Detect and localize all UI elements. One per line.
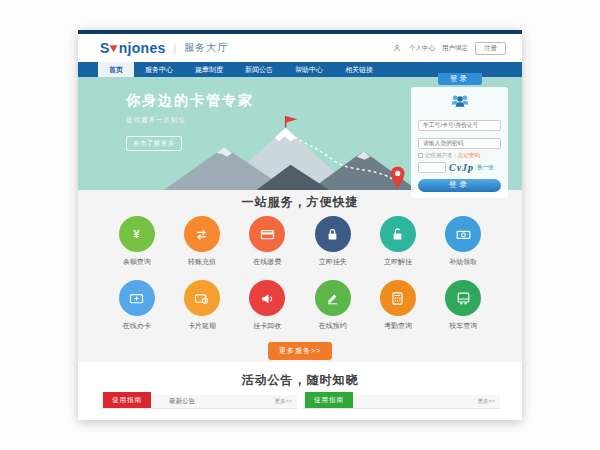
tab-latest-announcements[interactable]: 最新公告 <box>169 397 195 406</box>
login-tab[interactable]: 登录 <box>438 73 482 85</box>
remember-checkbox[interactable] <box>418 153 423 158</box>
captcha-image: CvJp <box>449 162 474 173</box>
service-item-pencil[interactable]: 在线预约 <box>300 280 365 331</box>
more-services-button[interactable]: 更多服务>> <box>268 342 332 360</box>
service-label: 在线缴费 <box>253 257 281 267</box>
forgot-password-link[interactable]: 忘记密码 <box>458 152 480 159</box>
header-utility-links: 个人中心 用户绑定 注册 <box>392 42 506 55</box>
logo-text-s: S <box>100 40 110 56</box>
tab-usage-guide-right[interactable]: 使用指南 <box>305 392 353 408</box>
service-item-card-plus[interactable]: 在线办卡 <box>104 280 169 331</box>
site-header: S njones | 服务大厅 个人中心 用户绑定 注册 <box>78 34 522 62</box>
service-item-lock[interactable]: 立即挂失 <box>300 216 365 267</box>
captcha-refresh-link[interactable]: 换一张 <box>477 164 494 171</box>
password-input[interactable] <box>418 138 501 149</box>
service-label: 挂卡回收 <box>253 321 281 331</box>
logo-divider: | <box>174 43 177 54</box>
service-label: 余额查询 <box>123 257 151 267</box>
service-label: 考勤查询 <box>384 321 412 331</box>
card-plus-icon <box>119 280 155 316</box>
service-item-bus[interactable]: 校车查询 <box>431 280 496 331</box>
nav-item-1[interactable]: 服务中心 <box>134 62 184 77</box>
service-label: 校车查询 <box>449 321 477 331</box>
service-item-megaphone[interactable]: 挂卡回收 <box>235 280 300 331</box>
banknote-icon <box>445 216 481 252</box>
left-panel: 使用指南 最新公告 更多>> <box>100 395 297 409</box>
hero-text-block: 你身边的卡管专家 提供服务一步到位 点击了解更多 <box>126 92 254 151</box>
hero-banner: 你身边的卡管专家 提供服务一步到位 点击了解更多 登录 <box>78 77 522 190</box>
service-label: 卡片延期 <box>188 321 216 331</box>
portal-page: S njones | 服务大厅 个人中心 用户绑定 注册 首页服务中心规章制度新… <box>78 30 522 420</box>
screenshot-canvas: S njones | 服务大厅 个人中心 用户绑定 注册 首页服务中心规章制度新… <box>0 0 600 450</box>
calculator-icon <box>380 280 416 316</box>
hero-title: 你身边的卡管专家 <box>126 92 254 110</box>
service-label: 在线预约 <box>319 321 347 331</box>
right-panel: 使用指南 更多>> <box>303 395 500 409</box>
pencil-icon <box>315 280 351 316</box>
announcement-panels: 使用指南 最新公告 更多>> 使用指南 更多>> <box>78 395 522 409</box>
right-panel-tabbar: 使用指南 更多>> <box>303 395 500 409</box>
register-button[interactable]: 注册 <box>475 42 506 55</box>
svg-text:¥: ¥ <box>134 228 140 240</box>
right-more-link[interactable]: 更多>> <box>478 398 495 405</box>
nav-item-2[interactable]: 规章制度 <box>184 62 234 77</box>
bus-icon <box>445 280 481 316</box>
remember-row: 记住用户名 | 忘记密码 <box>418 152 501 159</box>
service-item-yen[interactable]: ¥余额查询 <box>104 216 169 267</box>
left-more-link[interactable]: 更多>> <box>275 398 292 405</box>
tab-usage-guide-left[interactable]: 使用指南 <box>103 392 151 408</box>
captcha-input[interactable] <box>418 162 446 173</box>
nav-item-5[interactable]: 相关链接 <box>334 62 384 77</box>
users-icon <box>418 91 501 113</box>
service-item-calculator[interactable]: 考勤查询 <box>365 280 430 331</box>
swap-icon <box>184 216 220 252</box>
product-name: 服务大厅 <box>184 41 228 55</box>
remember-label: 记住用户名 <box>425 152 453 159</box>
nav-item-0[interactable]: 首页 <box>98 62 134 77</box>
unlock-icon <box>380 216 416 252</box>
logo-text-rest: njones <box>119 40 166 56</box>
service-item-card[interactable]: 在线缴费 <box>235 216 300 267</box>
card-clock-icon <box>184 280 220 316</box>
left-panel-tabbar: 使用指南 最新公告 更多>> <box>100 395 297 409</box>
login-button[interactable]: 登录 <box>418 179 501 192</box>
login-form: 记住用户名 | 忘记密码 CvJp 换一张 登录 <box>411 87 508 198</box>
card-icon <box>249 216 285 252</box>
lock-icon <box>315 216 351 252</box>
service-label: 立即挂失 <box>319 257 347 267</box>
nav-item-3[interactable]: 新闻公告 <box>234 62 284 77</box>
personal-center-link[interactable]: 个人中心 <box>409 44 435 53</box>
service-label: 立即解挂 <box>384 257 412 267</box>
captcha-row: CvJp 换一张 <box>418 162 501 173</box>
nav-item-4[interactable]: 帮助中心 <box>284 62 334 77</box>
services-section: 一站服务，方便快捷 ¥余额查询转账充值在线缴费立即挂失立即解挂补助领取在线办卡卡… <box>78 190 522 362</box>
user-icon <box>392 43 402 53</box>
megaphone-icon <box>249 280 285 316</box>
username-input[interactable] <box>418 120 501 131</box>
hero-cta-button[interactable]: 点击了解更多 <box>126 136 182 151</box>
login-panel: 登录 <box>411 73 508 198</box>
service-item-card-clock[interactable]: 卡片延期 <box>169 280 234 331</box>
announcements-section: 活动公告，随时知晓 使用指南 最新公告 更多>> 使用指南 更多>> <box>78 362 522 420</box>
service-label: 在线办卡 <box>123 321 151 331</box>
yen-icon: ¥ <box>119 216 155 252</box>
service-item-unlock[interactable]: 立即解挂 <box>365 216 430 267</box>
announcements-heading: 活动公告，随时知晓 <box>78 373 522 387</box>
hero-subtitle: 提供服务一步到位 <box>126 116 254 125</box>
service-item-banknote[interactable]: 补助领取 <box>431 216 496 267</box>
service-label: 转账充值 <box>188 257 216 267</box>
site-logo[interactable]: S njones <box>100 40 166 56</box>
remember-separator: | <box>455 153 456 159</box>
user-binding-link[interactable]: 用户绑定 <box>442 44 468 53</box>
services-grid: ¥余额查询转账充值在线缴费立即挂失立即解挂补助领取在线办卡卡片延期挂卡回收在线预… <box>78 216 522 331</box>
service-item-swap[interactable]: 转账充值 <box>169 216 234 267</box>
service-label: 补助领取 <box>449 257 477 267</box>
